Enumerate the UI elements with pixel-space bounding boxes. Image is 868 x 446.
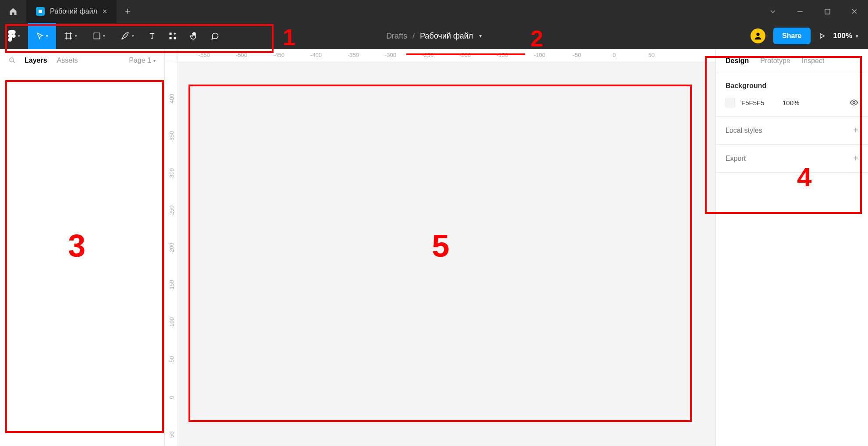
ruler-tick: 50: [648, 52, 655, 58]
user-avatar[interactable]: [751, 28, 765, 43]
figma-file-icon: [36, 7, 45, 16]
comment-tool-button[interactable]: [204, 23, 225, 49]
background-hex[interactable]: F5F5F5: [741, 99, 776, 106]
move-tool-button[interactable]: ▾: [28, 23, 56, 49]
svg-point-15: [10, 58, 14, 62]
close-tab-button[interactable]: ×: [103, 7, 107, 16]
chevron-down-icon: ▾: [103, 34, 105, 38]
tool-group-left: ▾ ▾ ▾ ▾ ▾: [0, 23, 225, 49]
hand-icon: [189, 32, 198, 40]
user-icon: [753, 31, 763, 41]
svg-rect-11: [170, 33, 172, 35]
file-tab[interactable]: Рабочий файл ×: [26, 0, 117, 23]
tab-title: Рабочий файл: [50, 7, 97, 15]
inspect-tab[interactable]: Inspect: [802, 57, 825, 65]
breadcrumb-root[interactable]: Drafts: [386, 32, 407, 41]
figma-menu-button[interactable]: ▾: [0, 23, 28, 49]
right-panel-tabs: Design Prototype Inspect: [716, 49, 868, 73]
background-title: Background: [726, 82, 858, 90]
add-export-button[interactable]: +: [853, 153, 858, 163]
export-section: Export +: [716, 145, 868, 173]
breadcrumb-file[interactable]: Рабочий файл: [420, 32, 473, 41]
breadcrumb: Drafts / Рабочий файл ▾: [386, 32, 482, 41]
rectangle-icon: [93, 32, 101, 40]
home-button[interactable]: [0, 0, 26, 23]
ruler-tick: -100: [534, 52, 545, 58]
ruler-horizontal: -550 -500 -450 -400 -350 -300 -250 -200 …: [178, 49, 715, 62]
window-close[interactable]: [841, 0, 868, 23]
chevron-down-icon: ▾: [18, 34, 20, 38]
svg-point-17: [853, 102, 855, 104]
svg-rect-12: [170, 37, 172, 39]
assets-tab[interactable]: Assets: [57, 57, 78, 64]
svg-rect-0: [39, 10, 42, 13]
home-icon: [9, 7, 18, 16]
shape-tool-button[interactable]: ▾: [85, 23, 113, 49]
present-button[interactable]: [818, 32, 825, 39]
svg-point-5: [12, 34, 16, 38]
window-minimize[interactable]: [786, 0, 814, 23]
toolbar: ▾ ▾ ▾ ▾ ▾ Drafts /: [0, 23, 868, 49]
ruler-tick: -150: [497, 52, 508, 58]
text-icon: [148, 32, 156, 40]
prototype-tab[interactable]: Prototype: [760, 57, 790, 65]
background-swatch[interactable]: [726, 98, 735, 107]
design-tab[interactable]: Design: [726, 57, 749, 65]
new-tab-button[interactable]: +: [117, 6, 139, 17]
titlebar: Рабочий файл × +: [0, 0, 868, 23]
export-title: Export: [726, 155, 746, 163]
text-tool-button[interactable]: [142, 23, 162, 49]
frame-icon: [64, 32, 73, 40]
svg-rect-13: [174, 37, 176, 39]
ruler-vertical: -400 -350 -300 -250 -200 -150 -100 -50 0…: [165, 62, 178, 446]
frame-tool-button[interactable]: ▾: [56, 23, 85, 49]
play-icon: [818, 32, 825, 39]
ruler-corner: [165, 49, 178, 62]
ruler-tick: -250: [168, 205, 174, 217]
svg-point-14: [756, 33, 759, 36]
visibility-toggle[interactable]: [850, 98, 858, 107]
toolbar-right: Share 100% ▾: [751, 23, 868, 49]
resources-button[interactable]: [162, 23, 183, 49]
left-panel: Layers Assets Page 1 ▾: [0, 49, 165, 446]
zoom-control[interactable]: 100% ▾: [833, 32, 858, 40]
right-panel: Design Prototype Inspect Background F5F5…: [715, 49, 868, 446]
chevron-down-icon: ▾: [75, 34, 77, 38]
ruler-tick: 50: [168, 432, 174, 438]
svg-rect-10: [94, 33, 100, 39]
window-maximize[interactable]: [814, 0, 841, 23]
left-panel-header: Layers Assets Page 1 ▾: [0, 49, 164, 72]
window-dropdown[interactable]: [759, 0, 786, 23]
ruler-tick: -400: [310, 52, 322, 58]
chevron-down-icon: ▾: [46, 34, 48, 38]
chevron-down-icon: ▾: [856, 33, 858, 39]
pen-tool-button[interactable]: ▾: [113, 23, 142, 49]
layers-tab[interactable]: Layers: [25, 57, 47, 64]
ruler-tick: -350: [348, 52, 359, 58]
hand-tool-button[interactable]: [183, 23, 204, 49]
canvas[interactable]: -550 -500 -450 -400 -350 -300 -250 -200 …: [165, 49, 715, 446]
add-style-button[interactable]: +: [853, 125, 858, 135]
ruler-tick: -550: [199, 52, 210, 58]
cursor-icon: [36, 32, 44, 40]
ruler-tick: -300: [385, 52, 396, 58]
chevron-down-icon[interactable]: ▾: [479, 33, 482, 39]
share-button[interactable]: Share: [773, 28, 810, 44]
background-section: Background F5F5F5 100%: [716, 73, 868, 117]
ruler-tick: -450: [273, 52, 285, 58]
ruler-tick: -250: [422, 52, 434, 58]
figma-logo-icon: [8, 30, 16, 42]
ruler-tick: -400: [168, 94, 174, 105]
search-icon: [9, 57, 16, 64]
page-selector[interactable]: Page 1 ▾: [129, 57, 156, 64]
ruler-tick: -300: [168, 168, 174, 180]
ruler-tick: -100: [168, 317, 174, 329]
local-styles-title: Local styles: [726, 127, 762, 135]
main-area: Layers Assets Page 1 ▾ -550 -500 -450 -4…: [0, 49, 868, 446]
pen-icon: [121, 32, 130, 40]
page-selector-label: Page 1: [129, 57, 151, 64]
zoom-value: 100%: [833, 32, 852, 40]
background-opacity[interactable]: 100%: [783, 99, 843, 106]
ruler-tick: -350: [168, 131, 174, 142]
search-button[interactable]: [9, 57, 16, 64]
